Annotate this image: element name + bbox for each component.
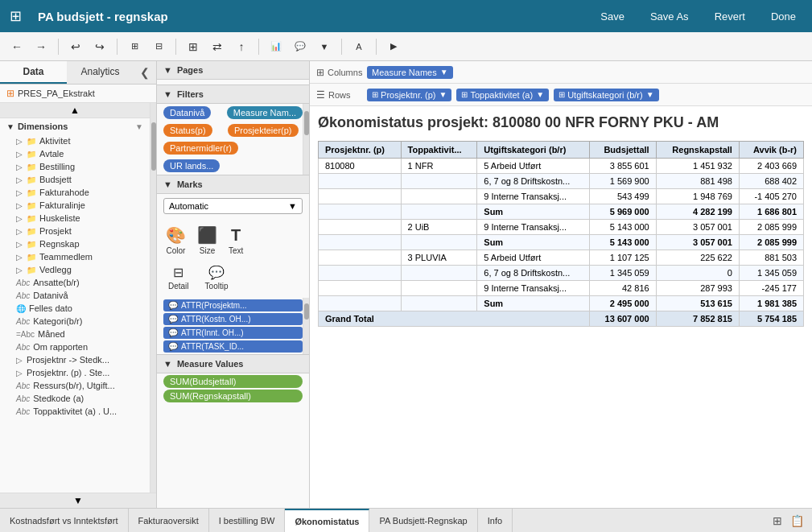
columns-measure-names-pill[interactable]: Measure Names ▼ [367,66,453,79]
dim-item-bestilling[interactable]: ▷ 📁 Bestilling [0,160,150,173]
filter-scrollbar[interactable] [303,104,309,175]
forward-button[interactable]: → [31,36,52,57]
dim-item-felles-dato[interactable]: 🌐 Felles dato [0,302,150,315]
filter-ur-lands[interactable]: UR lands... [163,159,220,172]
filter-prosjekteier[interactable]: Prosjekteier(p) [228,124,299,137]
rows-toppaktivitet-menu[interactable]: ▼ [536,90,544,99]
dim-item-teammedlem[interactable]: ▷ 📁 Teammedlem [0,250,150,263]
rows-toppaktivitet-pill[interactable]: ⊞ Toppaktivitet (a) ▼ [456,89,549,101]
mv-pill-regnskapstall[interactable]: SUM(Regnskapstall) [163,390,303,402]
cell-actual: 881 498 [656,174,739,189]
left-panel-scrollbar[interactable] [150,103,156,493]
tab-kostnadsfert[interactable]: Kostnadsført vs Inntektsført [0,509,129,532]
dim-item-ansatte[interactable]: Abc Ansatte(b/r) [0,276,150,289]
fit-button[interactable]: ⊟ [148,36,169,57]
redo-button[interactable]: ↪ [89,36,110,57]
save-as-button[interactable]: Save As [644,7,695,26]
dim-item-aktivitet[interactable]: ▷ 📁 Aktivitet [0,134,150,147]
dim-item-kategori[interactable]: Abc Kategori(b/r) [0,315,150,328]
save-button[interactable]: Save [594,7,631,26]
rows-shelf: ☰ Rows ⊞ Prosjektnr. (p) ▼ ⊞ Toppaktivit… [310,84,812,106]
tab-i-bestilling[interactable]: I bestilling BW [209,509,286,532]
dim-item-prosjektnr-ste[interactable]: ▷ Prosjektnr. (p) . Ste... [0,366,150,379]
color-button[interactable]: 🎨 Color [163,223,188,258]
dim-item-stedkode[interactable]: Abc Stedkode (a) [0,392,150,405]
mark-pill-task[interactable]: 💬 ATTR(TASK_ID... [163,340,303,353]
dim-item-prosjekt[interactable]: ▷ 📁 Prosjekt [0,225,150,237]
size-button[interactable]: ⬛ Size [195,223,220,258]
scroll-up-button[interactable]: ▲ [0,103,150,118]
new-sheet-button[interactable]: ⊞ [771,513,784,529]
collapse-panel-button[interactable]: ❮ [134,61,156,84]
filter-status[interactable]: Status(p) [163,124,212,137]
dim-item-huskeliste[interactable]: ▷ 📁 Huskeliste [0,212,150,225]
marks-type-selector[interactable]: Automatic ▼ [163,198,303,214]
show-hide-button[interactable]: ⊞ [183,36,204,57]
scroll-down-button[interactable]: ▼ [0,493,156,508]
marks-header[interactable]: ▼ Marks [157,175,309,194]
filter-measure-names[interactable]: Measure Nam... [227,106,303,119]
filters-header[interactable]: ▼ Filters [157,85,309,104]
table-sum-row: Sum 5 969 000 4 282 199 1 686 801 [319,204,804,220]
revert-button[interactable]: Revert [708,7,752,26]
separator-2 [117,39,117,55]
tab-info[interactable]: Info [478,509,513,532]
mark-pill-prosjektm[interactable]: 💬 ATTR(Prosjektm... [163,299,303,311]
dim-item-toppaktivitet[interactable]: Abc Toppaktivitet (a) . U... [0,405,150,418]
dim-item-ressurs[interactable]: Abc Ressurs(b/r), Utgift... [0,379,150,392]
detail-button[interactable]: ⊟ Detail [163,262,194,293]
marks-button[interactable]: ▼ [314,36,335,57]
dimensions-menu[interactable]: ▼ [135,122,143,131]
dim-item-regnskap[interactable]: ▷ 📁 Regnskap [0,237,150,250]
dim-item-om-rapporten[interactable]: Abc Om rapporten [0,340,150,353]
tab-pa-budsjett[interactable]: PA Budsjett-Regnskap [369,509,477,532]
tab-data[interactable]: Data [0,61,67,84]
pages-header[interactable]: ▼ Pages [157,61,309,80]
dim-item-dataniva[interactable]: Abc Datanivå [0,289,150,302]
analysis-button[interactable]: 📊 [266,36,286,57]
tab-okonomistatus[interactable]: Økonomistatus [285,509,369,532]
rows-prosjektnr-pill[interactable]: ⊞ Prosjektnr. (p) ▼ [367,89,451,101]
dim-item-maned[interactable]: =Abc Måned [0,328,150,340]
mv-pill-budsjettall[interactable]: SUM(Budsjettall) [163,375,303,388]
present-button[interactable]: ▶ [383,36,404,57]
columns-pill-menu[interactable]: ▼ [440,68,448,76]
tooltip-button-marks[interactable]: 💬 Tooltip [200,262,233,293]
tab-fakturaoversikt[interactable]: Fakturaoversikt [129,509,209,532]
mark-pill-innt[interactable]: 💬 ATTR(Innt. OH...) [163,327,303,339]
dim-item-vedlegg[interactable]: ▷ 📁 Vedlegg [0,263,150,276]
duplicate-sheet-button[interactable]: 📋 [789,513,806,529]
cell-actual: 1 451 932 [656,159,739,174]
back-button[interactable]: ← [6,36,27,57]
dim-item-fakturalinje[interactable]: ▷ 📁 Fakturalinje [0,199,150,212]
dimensions-header[interactable]: ▼ Dimensions ▼ [0,118,150,134]
marks-scrollbar[interactable] [303,298,309,354]
measure-values-header[interactable]: ▼ Measure Values [157,355,309,373]
folder-icon-3: ▷ [16,163,23,171]
rows-prosjektnr-menu[interactable]: ▼ [439,90,447,99]
mark-pill-kostn[interactable]: 💬 ATTR(Kostn. OH...) [163,313,303,325]
datasource-button[interactable]: ⊞ [124,36,145,57]
swap-button[interactable]: ⇄ [207,36,228,57]
undo-button[interactable]: ↩ [65,36,86,57]
rows-utgiftskategori-menu[interactable]: ▼ [646,90,654,99]
dim-item-budsjett[interactable]: ▷ 📁 Budsjett [0,173,150,186]
dim-item-fakturahode[interactable]: ▷ 📁 Fakturahode [0,186,150,199]
tab-analytics[interactable]: Analytics [67,61,134,84]
dim-item-avtale[interactable]: ▷ 📁 Avtale [0,147,150,160]
rows-utgiftskategori-pill[interactable]: ⊞ Utgiftskategori (b/r) ▼ [554,89,659,101]
abc-icon-4: Abc [16,343,30,352]
tooltip-button[interactable]: 💬 [290,36,311,57]
done-button[interactable]: Done [765,7,802,26]
sort-asc-button[interactable]: ↑ [231,36,252,57]
text-button[interactable]: T Text [226,224,245,258]
sum-cell-empty-1 [319,296,402,311]
cell-category: 5 Arbeid Utført [477,159,590,174]
size-icon: ⬛ [197,225,217,245]
data-source[interactable]: ⊞ PRES_PA_Ekstrakt [0,85,156,103]
format-button[interactable]: A [348,36,369,57]
filter-dataniva[interactable]: Datanivå [163,106,211,119]
dim-item-prosjektnr-stedk[interactable]: ▷ Prosjektnr -> Stedk... [0,353,150,366]
filter-partnermidler[interactable]: Partnermidler(r) [163,142,238,155]
folder-icon-10: ▷ [16,253,23,262]
